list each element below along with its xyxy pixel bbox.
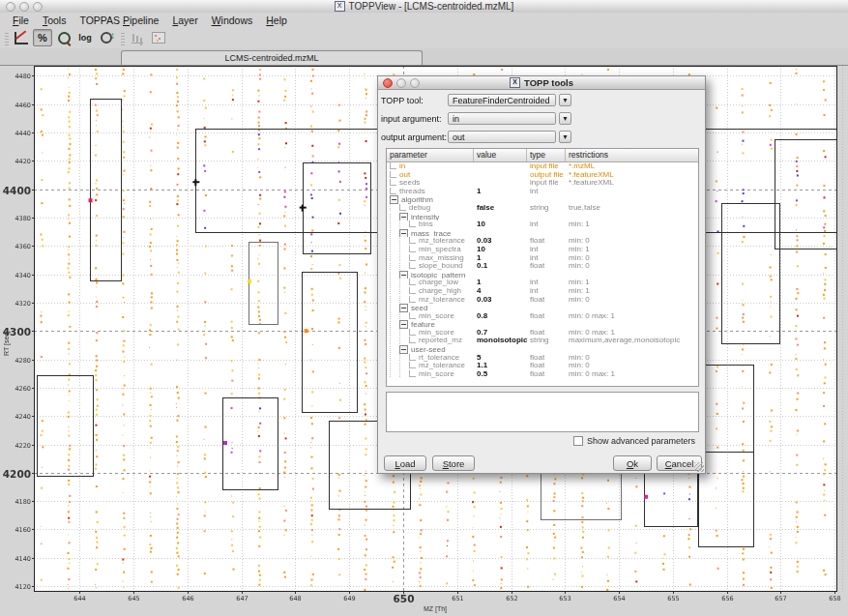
dialog-titlebar[interactable]: X TOPP tools [378,76,705,90]
param-name: charge_high [387,287,474,296]
tree-collapse-icon[interactable] [390,195,398,204]
param-restrictions: min: 0 [566,362,698,370]
tree-branch-icon [409,329,416,336]
resize-grip-icon[interactable] [694,462,704,472]
zoom-y-axis-button[interactable] [97,29,116,46]
param-restrictions: maximum,average,monoisotopic [566,337,698,345]
dialog-title: TOPP tools [524,77,573,88]
param-name: min_spectra [387,246,474,254]
tree-guide-icon [390,363,399,369]
menu-toppas-pipeline[interactable]: TOPPAS Pipeline [73,15,165,26]
tree-collapse-icon[interactable] [399,229,408,238]
param-row-rt_tolerance[interactable]: rt_tolerance5floatmin: 0 [387,354,698,363]
param-row-isotopic_pattern[interactable]: isotopic_pattern [387,271,698,279]
param-row-mz_tolerance[interactable]: mz_tolerance0.03floatmin: 0 [387,296,698,305]
menu-file[interactable]: File [6,15,36,26]
dialog-maximize-button[interactable] [410,78,420,88]
tree-guide-icon [399,221,409,228]
tree-branch-icon [390,162,396,169]
param-row-seed[interactable]: seed [387,304,698,312]
param-row-bins[interactable]: bins10intmin: 1 [387,220,698,229]
dialog-minimize-button[interactable] [396,78,406,88]
tree-guide-icon [399,287,409,294]
param-row-intensity[interactable]: intensity [387,213,698,221]
tree-guide-icon [390,230,399,237]
reset-zoom-button[interactable] [54,29,73,46]
show-spectrum-button[interactable] [128,29,147,46]
intensity-percentage-button[interactable]: % [33,29,52,46]
param-restrictions: *.featureXML [566,171,698,180]
param-row-mz_tolerance[interactable]: mz_tolerance1.1floatmin: 0 [387,362,698,370]
param-row-min_score[interactable]: min_score0.7floatmin: 0 max: 1 [387,329,698,337]
tree-collapse-icon[interactable] [399,213,408,221]
param-type: float [527,354,566,363]
tree-collapse-icon[interactable] [399,271,408,279]
param-name: threads [387,188,474,196]
param-type: float [527,329,566,337]
dialog-close-button[interactable] [383,78,393,88]
screenshot-button[interactable] [149,29,168,46]
param-row-charge_low[interactable]: charge_low1intmin: 1 [387,279,698,287]
param-row-in[interactable]: ininput file*.mzML [387,162,698,171]
param-name: max_missing [387,254,474,263]
column-header-value[interactable]: value [474,149,527,161]
table-header[interactable]: parametervaluetyperestrictions [387,149,698,162]
tab-lcms-centroided[interactable]: LCMS-centroided.mzML [121,50,423,65]
column-header-restrictions[interactable]: restrictions [566,149,698,161]
tree-collapse-icon[interactable] [399,345,408,354]
param-row-max_missing[interactable]: max_missing1intmin: 0 [387,254,698,263]
tree-branch-icon [399,204,406,211]
param-row-reported_mz[interactable]: reported_mzmonoisotopicstringmaximum,ave… [387,337,698,345]
menu-layer[interactable]: Layer [165,15,204,26]
chevron-down-icon[interactable] [559,112,571,125]
param-type: int [527,188,566,196]
param-row-mz_tolerance[interactable]: mz_tolerance0.03floatmin: 0 [387,237,698,246]
tree-branch-icon [409,337,416,343]
tree-guide-icon [390,279,399,286]
param-row-mass_trace[interactable]: mass_trace [387,229,698,238]
param-row-feature[interactable]: feature [387,320,698,329]
param-row-slope_bound[interactable]: slope_bound0.1floatmin: 0 [387,262,698,271]
param-row-min_spectra[interactable]: min_spectra10intmin: 1 [387,246,698,254]
tree-guide-icon [390,312,399,319]
output-argument-select[interactable]: out [448,131,556,143]
input-argument-select[interactable]: in [448,112,556,125]
param-row-user-seed[interactable]: user-seed [387,345,698,354]
param-name: seeds [387,179,474,188]
chevron-down-icon[interactable] [559,94,571,106]
column-header-parameter[interactable]: parameter [387,149,474,161]
tree-collapse-icon[interactable] [399,304,408,312]
param-row-threads[interactable]: threads1int [387,188,698,196]
topp-tool-select[interactable]: FeatureFinderCentroided [448,94,556,106]
maximize-window-button[interactable] [33,2,43,12]
param-name: in [387,162,474,171]
window-titlebar[interactable]: X TOPPView - [LCMS-centroided.mzML] [0,0,848,14]
menu-windows[interactable]: Windows [205,15,260,26]
param-row-min_score[interactable]: min_score0.8floatmin: 0 max: 1 [387,312,698,321]
tree-guide-icon [399,263,409,270]
chevron-down-icon[interactable] [559,131,571,143]
param-type [527,229,566,238]
toolbar-handle-icon [121,31,125,45]
param-name: min_score [387,329,474,337]
menu-help[interactable]: Help [259,15,294,26]
param-row-algorithm[interactable]: algorithm [387,195,698,204]
param-row-min_score[interactable]: min_score0.5floatmin: 0 max: 1 [387,370,698,379]
param-row-out[interactable]: outoutput file*.featureXML [387,171,698,180]
param-row-debug[interactable]: debugfalsestringtrue,false [387,204,698,213]
param-row-seeds[interactable]: seedsinput file*.featureXML [387,179,698,188]
column-header-type[interactable]: type [527,149,566,161]
close-window-button[interactable] [6,2,15,12]
load-button[interactable]: Load [384,455,426,471]
tree-collapse-icon[interactable] [399,320,408,329]
plot-axes-button[interactable] [12,29,31,46]
minimize-window-button[interactable] [19,2,29,12]
param-row-charge_high[interactable]: charge_high4intmin: 1 [387,287,698,296]
show-advanced-checkbox[interactable] [573,436,583,446]
param-restrictions: min: 1 [566,279,698,287]
message-area[interactable] [386,392,699,432]
ok-button[interactable]: Ok [613,455,652,471]
menu-tools[interactable]: Tools [36,15,73,26]
log-intensity-button[interactable]: log [75,29,95,46]
store-button[interactable]: Store [432,455,475,471]
